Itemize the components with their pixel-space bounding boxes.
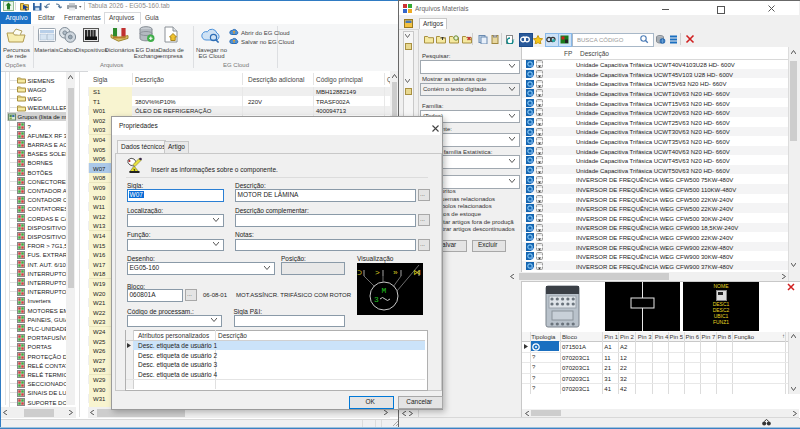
svg-text:»: » [393,268,398,277]
svg-text:3: 3 [374,295,379,304]
svg-text:⋈: ⋈ [413,268,421,277]
svg-text:M: M [382,286,387,295]
svg-text:>: > [375,268,380,277]
svg-text:⊃: ⊃ [357,268,362,277]
